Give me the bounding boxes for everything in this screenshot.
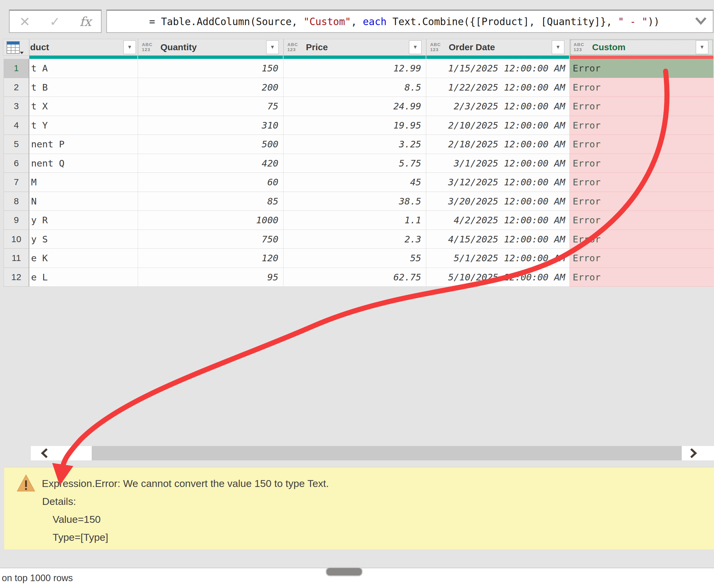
cell-quantity[interactable]: 200	[138, 78, 283, 97]
cell-order-date[interactable]: 2/10/2025 12:00:00 AM	[426, 116, 570, 135]
table-row: 7 M 60 45 3/12/2025 12:00:00 AM Error	[0, 173, 714, 192]
filter-button-custom[interactable]: ▼	[696, 40, 708, 54]
row-number-cell[interactable]: 2	[4, 78, 29, 97]
table-row: 3 t X 75 24.99 2/3/2025 12:00:00 AM Erro…	[0, 97, 714, 116]
fx-icon[interactable]: fx	[80, 14, 91, 29]
column-header-custom[interactable]: ABC123 Custom	[570, 39, 713, 56]
cell-quantity[interactable]: 60	[138, 173, 283, 192]
cell-quantity[interactable]: 310	[138, 116, 283, 135]
resize-handle[interactable]	[326, 567, 363, 576]
cell-custom-error[interactable]: Error	[570, 78, 713, 97]
cell-product[interactable]: nent Q	[29, 154, 138, 173]
cell-quantity[interactable]: 1000	[138, 211, 283, 230]
filter-button-price[interactable]: ▼	[409, 40, 421, 54]
cell-custom-error[interactable]: Error	[570, 230, 713, 249]
cell-quantity[interactable]: 120	[138, 249, 283, 268]
row-number-cell[interactable]: 5	[4, 135, 29, 154]
cell-order-date[interactable]: 2/18/2025 12:00:00 AM	[426, 135, 570, 154]
column-header-quantity[interactable]: ABC123 Quantity	[138, 39, 283, 56]
row-number-cell[interactable]: 7	[4, 173, 29, 192]
row-number-cell[interactable]: 11	[4, 249, 29, 268]
row-number-cell[interactable]: 9	[4, 211, 29, 230]
cell-quantity[interactable]: 75	[138, 97, 283, 116]
cell-price[interactable]: 5.75	[283, 154, 426, 173]
cell-order-date[interactable]: 2/3/2025 12:00:00 AM	[426, 97, 570, 116]
scroll-right-icon[interactable]	[687, 447, 699, 459]
cell-quantity[interactable]: 420	[138, 154, 283, 173]
cell-price[interactable]: 8.5	[283, 78, 426, 97]
cell-price[interactable]: 24.99	[283, 97, 426, 116]
cell-product[interactable]: t Y	[29, 116, 138, 135]
row-number-cell[interactable]: 3	[4, 97, 29, 116]
commit-icon[interactable]: ✓	[49, 14, 60, 29]
scroll-left-icon[interactable]	[39, 447, 51, 459]
cell-product[interactable]: M	[29, 173, 138, 192]
cell-product[interactable]: N	[29, 192, 138, 211]
cell-product[interactable]: t X	[29, 97, 138, 116]
select-all-corner[interactable]	[3, 39, 29, 56]
filter-button-product[interactable]: ▼	[123, 40, 136, 54]
cell-custom-error[interactable]: Error	[570, 59, 713, 78]
cell-product[interactable]: e L	[29, 268, 138, 287]
cell-quantity[interactable]: 85	[138, 192, 283, 211]
cell-product[interactable]: t B	[29, 78, 138, 97]
cell-product[interactable]: t A	[29, 59, 138, 78]
type-abc123-icon: ABC123	[430, 42, 441, 52]
cell-order-date[interactable]: 3/12/2025 12:00:00 AM	[426, 173, 570, 192]
cell-price[interactable]: 55	[283, 249, 426, 268]
cell-order-date[interactable]: 1/22/2025 12:00:00 AM	[426, 78, 570, 97]
cell-quantity[interactable]: 750	[138, 230, 283, 249]
cell-custom-error[interactable]: Error	[570, 116, 713, 135]
cell-order-date[interactable]: 5/10/2025 12:00:00 AM	[426, 268, 570, 287]
cell-custom-error[interactable]: Error	[570, 154, 713, 173]
cell-product[interactable]: y S	[29, 230, 138, 249]
cell-custom-error[interactable]: Error	[570, 173, 713, 192]
cell-order-date[interactable]: 4/15/2025 12:00:00 AM	[426, 230, 570, 249]
cell-order-date[interactable]: 3/1/2025 12:00:00 AM	[426, 154, 570, 173]
cell-order-date[interactable]: 1/15/2025 12:00:00 AM	[426, 59, 570, 78]
cell-custom-error[interactable]: Error	[570, 268, 713, 287]
row-number-cell[interactable]: 8	[4, 192, 29, 211]
cell-price[interactable]: 62.75	[283, 268, 426, 287]
cell-price[interactable]: 38.5	[283, 192, 426, 211]
row-number-cell[interactable]: 12	[4, 268, 29, 287]
row-number-cell[interactable]: 4	[4, 116, 29, 135]
cell-product[interactable]: y R	[29, 211, 138, 230]
column-label: duct	[30, 42, 49, 52]
cell-price[interactable]: 1.1	[283, 211, 426, 230]
cancel-icon[interactable]: ✕	[19, 14, 30, 29]
column-header-price[interactable]: ABC123 Price	[283, 39, 426, 56]
cell-custom-error[interactable]: Error	[570, 249, 713, 268]
formula-input[interactable]: = Table.AddColumn(Source, "Custom", each…	[106, 9, 713, 33]
cell-quantity[interactable]: 500	[138, 135, 283, 154]
quality-bar-custom-error	[570, 56, 713, 59]
column-header-order-date[interactable]: ABC123 Order Date	[426, 39, 570, 56]
filter-button-quantity[interactable]: ▼	[266, 40, 279, 54]
cell-price[interactable]: 12.99	[283, 59, 426, 78]
cell-price[interactable]: 19.95	[283, 116, 426, 135]
cell-product[interactable]: nent P	[29, 135, 138, 154]
cell-custom-error[interactable]: Error	[570, 211, 713, 230]
cell-order-date[interactable]: 3/20/2025 12:00:00 AM	[426, 192, 570, 211]
cell-price[interactable]: 2.3	[283, 230, 426, 249]
error-detail-value: Value=150	[52, 513, 101, 525]
cell-custom-error[interactable]: Error	[570, 135, 713, 154]
cell-price[interactable]: 3.25	[283, 135, 426, 154]
cell-price[interactable]: 45	[283, 173, 426, 192]
cell-quantity[interactable]: 95	[138, 268, 283, 287]
cell-product[interactable]: e K	[29, 249, 138, 268]
cell-custom-error[interactable]: Error	[570, 192, 713, 211]
row-number-cell[interactable]: 6	[4, 154, 29, 173]
table-body: 1 t A 150 12.99 1/15/2025 12:00:00 AM Er…	[0, 59, 714, 287]
row-number-cell[interactable]: 1	[4, 59, 29, 78]
column-header-product[interactable]: duct	[29, 39, 138, 56]
filter-dropdown-icon: ▼	[413, 44, 418, 50]
cell-quantity[interactable]: 150	[138, 59, 283, 78]
filter-button-order-date[interactable]: ▼	[552, 40, 564, 54]
scrollbar-thumb[interactable]	[92, 446, 682, 460]
cell-custom-error[interactable]: Error	[570, 97, 713, 116]
row-number-cell[interactable]: 10	[4, 230, 29, 249]
cell-order-date[interactable]: 5/1/2025 12:00:00 AM	[426, 249, 570, 268]
cell-order-date[interactable]: 4/2/2025 12:00:00 AM	[426, 211, 570, 230]
formula-expand-chevron-icon[interactable]	[693, 16, 709, 27]
